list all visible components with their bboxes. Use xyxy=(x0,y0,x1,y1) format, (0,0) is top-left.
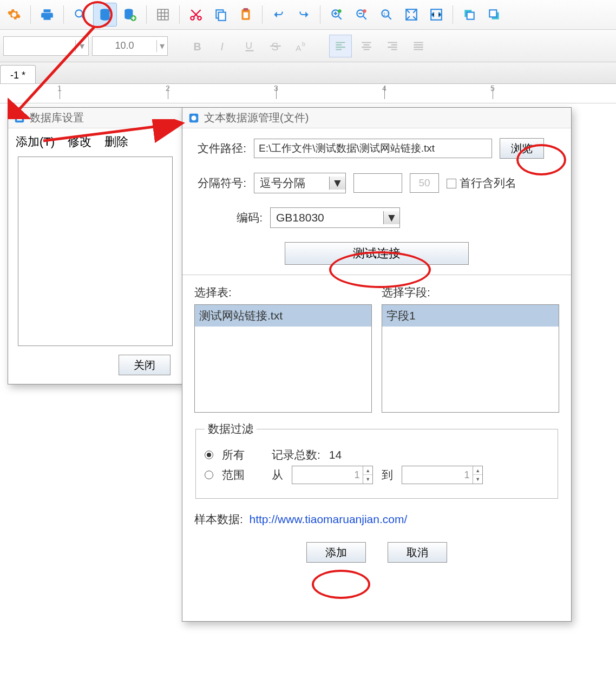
radio-all[interactable] xyxy=(205,451,213,459)
dialog-db-title: 数据库设置 xyxy=(30,110,84,125)
bring-front-icon[interactable] xyxy=(457,3,481,27)
menu-delete[interactable]: 删除 xyxy=(104,134,128,150)
svg-point-31 xyxy=(191,115,196,120)
svg-point-12 xyxy=(338,9,342,13)
delimiter-custom-input[interactable] xyxy=(353,173,402,193)
svg-point-14 xyxy=(363,9,366,13)
svg-text:I: I xyxy=(221,40,224,52)
range-to-spinner[interactable]: ▲▼ xyxy=(402,466,483,484)
font-size-combo[interactable]: ▾ xyxy=(92,36,168,56)
format-toolbar: ▾ ▾ B I U S Ab xyxy=(0,30,616,62)
svg-text:A: A xyxy=(296,43,302,52)
filter-legend: 数据过滤 xyxy=(205,421,257,436)
field-item-selected[interactable]: 字段1 xyxy=(382,305,559,327)
redo-icon[interactable] xyxy=(292,3,316,27)
superscript-icon[interactable]: Ab xyxy=(290,35,313,57)
encoding-combo[interactable]: GB18030▼ xyxy=(270,207,400,228)
underline-icon[interactable]: U xyxy=(238,35,261,57)
delimiter-width-input[interactable]: 50 xyxy=(410,173,439,193)
field-listbox[interactable]: 字段1 xyxy=(382,304,559,413)
print-icon[interactable] xyxy=(35,3,59,27)
label-filepath: 文件路径: xyxy=(194,141,246,156)
font-family-combo[interactable]: ▾ xyxy=(3,36,89,56)
italic-icon[interactable]: I xyxy=(212,35,235,57)
dialog-ds-title: 文本数据源管理(文件) xyxy=(204,110,309,125)
align-center-icon[interactable] xyxy=(355,35,378,57)
main-toolbar: 1:1 xyxy=(0,0,616,30)
send-back-icon[interactable] xyxy=(482,3,506,27)
zoom-icon[interactable] xyxy=(68,3,92,27)
cancel-button[interactable]: 取消 xyxy=(388,542,447,563)
zoom-out-icon[interactable] xyxy=(350,3,373,27)
record-total-value: 14 xyxy=(329,448,342,461)
indent-right-icon[interactable] xyxy=(472,35,495,57)
browse-button[interactable]: 浏览 xyxy=(500,138,544,159)
menu-edit[interactable]: 修改 xyxy=(68,134,91,150)
copy-icon[interactable] xyxy=(209,3,233,27)
svg-rect-7 xyxy=(219,12,226,21)
font-size-value[interactable] xyxy=(93,40,156,51)
horizontal-ruler: 1 2 3 4 5 xyxy=(0,84,616,103)
bold-icon[interactable]: B xyxy=(186,35,209,57)
svg-text:U: U xyxy=(245,40,252,51)
document-tab[interactable]: -1 * xyxy=(0,65,36,83)
dialog-db-menubar: 添加(T) 修改 删除 xyxy=(8,128,182,153)
document-tabstrip: -1 * xyxy=(0,62,616,84)
strike-icon[interactable]: S xyxy=(264,35,287,57)
range-from-spinner[interactable]: ▲▼ xyxy=(292,466,373,484)
svg-text:b: b xyxy=(302,41,305,47)
data-filter-group: 数据过滤 所有 记录总数: 14 范围 从 ▲▼ 到 xyxy=(195,421,558,499)
menu-add[interactable]: 添加(T) xyxy=(16,134,55,150)
svg-text:1:1: 1:1 xyxy=(383,11,390,17)
dialog-text-datasource: 文本数据源管理(文件) 文件路径: E:\工作文件\测试数据\测试网站链接.tx… xyxy=(182,107,572,622)
paste-icon[interactable] xyxy=(234,3,258,27)
label-delimiter: 分隔符号: xyxy=(194,175,246,191)
dialog-db-titlebar[interactable]: 数据库设置 xyxy=(8,108,182,128)
dialog-db-icon xyxy=(14,112,25,124)
svg-rect-9 xyxy=(244,8,248,10)
cut-icon[interactable] xyxy=(184,3,208,27)
table-item-selected[interactable]: 测试网站链接.txt xyxy=(195,305,371,327)
align-left-icon[interactable] xyxy=(329,35,352,57)
svg-point-0 xyxy=(75,10,82,17)
line-spacing-icon[interactable] xyxy=(498,35,521,57)
dialog-ds-titlebar[interactable]: 文本数据源管理(文件) xyxy=(182,108,571,128)
input-filepath[interactable]: E:\工作文件\测试数据\测试网站链接.txt xyxy=(254,139,492,158)
label-sample: 样本数据: xyxy=(194,513,243,525)
first-row-header-checkbox[interactable]: 首行含列名 xyxy=(447,175,516,191)
undo-icon[interactable] xyxy=(267,3,291,27)
sample-data-link[interactable]: http://www.tiaomaruanjian.com/ xyxy=(250,513,408,525)
svg-rect-22 xyxy=(489,10,496,17)
dialog-db-listbox[interactable] xyxy=(18,157,173,346)
delimiter-combo[interactable]: 逗号分隔▼ xyxy=(254,173,346,193)
database-add-icon[interactable] xyxy=(118,3,142,27)
gear-icon[interactable] xyxy=(2,3,26,27)
database-icon[interactable] xyxy=(93,3,117,27)
svg-text:B: B xyxy=(193,40,201,52)
zoom-in-icon[interactable] xyxy=(325,3,349,27)
add-button[interactable]: 添加 xyxy=(306,542,366,563)
align-justify-icon[interactable] xyxy=(407,35,430,57)
indent-left-icon[interactable] xyxy=(446,35,469,57)
zoom-100-icon[interactable]: 1:1 xyxy=(375,3,398,27)
dialog-ds-body: 文件路径: E:\工作文件\测试数据\测试网站链接.txt 浏览 分隔符号: 逗… xyxy=(182,128,571,568)
label-encoding: 编码: xyxy=(194,210,263,225)
fit-width-icon[interactable] xyxy=(424,3,448,27)
dialog-ds-icon xyxy=(188,112,200,124)
svg-rect-20 xyxy=(467,12,474,19)
test-connection-button[interactable]: 测试连接 xyxy=(285,242,469,265)
label-select-table: 选择表: xyxy=(194,285,372,300)
dialog-db-close-button[interactable]: 关闭 xyxy=(119,355,171,375)
dialog-database-settings: 数据库设置 添加(T) 修改 删除 关闭 xyxy=(8,107,183,384)
align-right-icon[interactable] xyxy=(381,35,404,57)
svg-rect-10 xyxy=(244,12,248,18)
radio-range[interactable] xyxy=(205,471,213,479)
grid-icon[interactable] xyxy=(151,3,175,27)
table-listbox[interactable]: 测试网站链接.txt xyxy=(194,304,372,413)
fit-page-icon[interactable] xyxy=(399,3,423,27)
label-select-field: 选择字段: xyxy=(382,285,559,300)
